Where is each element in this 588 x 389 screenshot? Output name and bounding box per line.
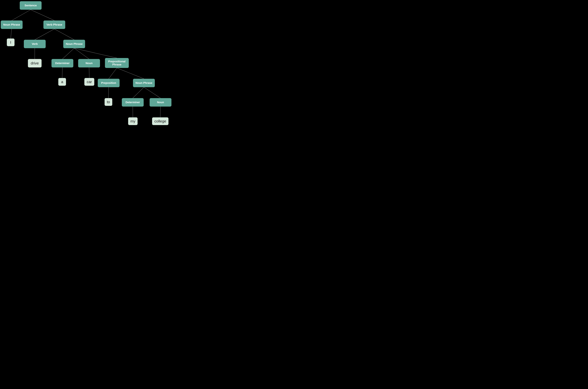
node-sentence: Sentence [20,1,42,10]
label-np3: Noun Phrase [136,81,152,84]
leaf-I: I [7,38,15,46]
label-noun1: Noun [85,62,92,65]
label-det1: Determiner [55,62,70,65]
word-drive: drive [31,61,39,65]
label-sentence: Sentence [25,4,37,7]
leaf-my: my [128,117,138,125]
svg-line-1 [31,10,54,21]
leaf-college: college [152,117,168,125]
svg-line-13 [109,87,109,98]
node-prepositional-phrase: Prepositional Phrase [105,58,129,68]
word-to: to [107,100,110,104]
svg-line-9 [62,67,62,78]
node-noun-phrase-2: Noun Phrase [63,40,85,48]
word-a: a [61,80,63,84]
leaf-a: a [58,78,66,86]
label-verb: Verb [32,42,38,45]
svg-line-17 [160,107,161,117]
label-prep: Preposition [101,81,116,84]
label-pp: Prepositional Phrase [106,60,128,66]
svg-line-11 [109,68,117,79]
svg-line-6 [62,48,74,59]
svg-line-2 [11,29,12,38]
svg-line-12 [117,68,144,79]
label-noun2: Noun [157,101,164,104]
svg-line-7 [74,48,89,59]
node-verb-phrase: Verb Phrase [43,21,65,29]
parse-tree-diagram: Sentence Noun Phrase Verb Phrase I Verb … [0,0,193,128]
svg-line-15 [144,87,161,98]
leaf-drive: drive [28,59,42,67]
word-college: college [154,119,166,124]
label-det2: Determiner [126,101,140,104]
node-noun-2: Noun [150,98,171,107]
node-noun-phrase-3: Noun Phrase [133,79,155,87]
node-determiner-1: Determiner [52,59,73,67]
svg-line-4 [54,29,74,40]
word-my: my [130,119,135,124]
node-determiner-2: Determiner [122,98,144,107]
label-np1: Noun Phrase [3,23,20,26]
leaf-car: car [84,78,94,86]
label-vp: Verb Phrase [46,23,62,26]
node-noun-1: Noun [78,59,100,67]
node-preposition: Preposition [98,79,120,87]
svg-line-8 [74,48,117,58]
svg-line-0 [12,10,31,21]
word-car: car [87,80,92,84]
svg-line-14 [133,87,144,98]
svg-line-10 [89,67,89,78]
leaf-to: to [105,98,112,106]
word-I: I [10,40,11,45]
label-np2: Noun Phrase [66,42,83,45]
svg-line-3 [35,29,54,40]
node-verb: Verb [24,40,46,48]
node-noun-phrase-1: Noun Phrase [1,21,23,29]
